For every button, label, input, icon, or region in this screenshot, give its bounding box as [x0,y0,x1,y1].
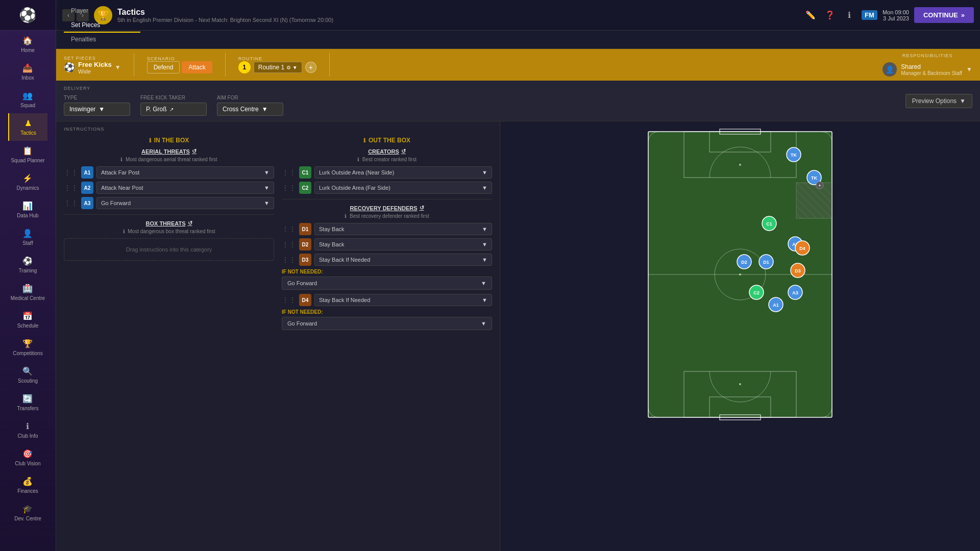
recovery-refresh-icon[interactable]: ↺ [420,205,424,211]
drag-handle[interactable]: ⋮⋮ [282,184,296,192]
defend-button[interactable]: Defend [147,61,180,73]
free-kicks-label: Free Kicks [78,61,112,68]
add-routine-button[interactable]: + [305,62,316,73]
aerial-note: ℹ Most dangerous aerial threat ranked fi… [64,157,274,162]
drag-handle[interactable]: ⋮⋮ [64,168,78,177]
aerial-refresh-icon[interactable]: ↺ [192,148,197,155]
instructions-panel: INSTRUCTIONS ℹ IN THE BOX AERIAL THREATS… [56,121,500,551]
svg-text:A1: A1 [773,303,779,308]
sidebar-item-data-hub[interactable]: 📊Data Hub [8,196,47,223]
sidebar-item-home[interactable]: 🏠Home [8,31,47,58]
if-not-section-d4: IF NOT NEEDED: Go Forward ▼ [282,309,492,330]
aim-select[interactable]: Cross Centre ▼ [217,103,283,116]
attack-button[interactable]: Attack [182,61,212,73]
pitch-svg: TKC1A2D4D3D1D2C2A3A1TK+ [643,127,837,422]
drag-handle[interactable]: ⋮⋮ [282,168,296,177]
sidebar-item-scouting[interactable]: 🔍Scouting [8,361,47,389]
badge-a1: A1 [81,166,93,179]
topbar: ‹ › 🏆 Tactics 5th in English Premier Div… [56,0,980,31]
tab-player[interactable]: Player [64,4,140,18]
type-select[interactable]: Inswinger ▼ [64,103,130,116]
dynamics-icon: ⚡ [22,173,33,183]
creators-note: ℹ Best creator ranked first [282,157,492,162]
box-note: ℹ Most dangerous box threat ranked first [64,229,274,234]
creator-select-c2[interactable]: Lurk Outside Area (Far Side) ▼ [314,182,492,194]
edit-icon[interactable]: ✏️ [803,8,818,22]
recovery-select-d2[interactable]: Stay Back ▼ [314,238,492,251]
sidebar-item-dev-centre[interactable]: 🎓Dev. Centre [8,499,47,527]
tab-set-pieces[interactable]: Set Pieces [64,18,140,33]
pitch-player-a1: A1 [769,297,783,312]
sidebar-item-competitions[interactable]: 🏆Competitions [8,334,47,361]
page-title: Tactics [117,8,798,17]
info-icon[interactable]: ℹ [842,8,856,22]
squad-icon: 👥 [22,91,33,101]
title-area: Tactics 5th in English Premier Division … [117,8,798,23]
drag-handle[interactable]: ⋮⋮ [282,296,296,304]
page-subtitle: 5th in English Premier Division - Next M… [117,17,798,23]
recovery-select-d1[interactable]: Stay Back ▼ [314,223,492,235]
aerial-row-a1: ⋮⋮ A1 Attack Far Post ▼ [64,166,274,179]
sidebar-item-finances[interactable]: 💰Finances [8,471,47,499]
recovery-row-d2: ⋮⋮ D2 Stay Back ▼ [282,238,492,251]
datetime: Mon 09:00 3 Jul 2023 [883,9,909,21]
instructions-area: INSTRUCTIONS ℹ IN THE BOX AERIAL THREATS… [56,121,980,551]
recovery-note: ℹ Best recovery defender ranked first [282,213,492,219]
pitch-player-c2: C2 [749,285,764,299]
continue-button[interactable]: CONTINUE » [914,7,974,23]
drag-handle[interactable]: ⋮⋮ [282,256,296,264]
pitch-player-d1: D1 [759,255,773,269]
creator-select-c1[interactable]: Lurk Outside Area (Near Side) ▼ [314,166,492,179]
tab-penalties[interactable]: Penalties [64,33,140,47]
sidebar-item-medical[interactable]: 🏥Medical Centre [8,279,47,306]
sidebar-item-club-vision[interactable]: 🎯Club Vision [8,444,47,471]
sidebar-item-tactics[interactable]: ♟Tactics [8,113,47,141]
recovery-select-d3[interactable]: Stay Back If Needed ▼ [314,254,492,266]
if-not-select-d4[interactable]: Go Forward ▼ [282,317,492,330]
recovery-title: RECOVERY DEFENDERS ↺ [282,205,492,211]
sidebar-item-schedule[interactable]: 📅Schedule [8,306,47,334]
tab-overview[interactable]: Overview [64,0,140,4]
training-icon: ⚽ [22,256,33,266]
recovery-row-d1: ⋮⋮ D1 Stay Back ▼ [282,223,492,235]
sidebar-item-transfers[interactable]: 🔄Transfers [8,389,47,416]
in-the-box-title: ℹ IN THE BOX [64,137,274,144]
taker-select[interactable]: P. Groß ↗ [140,103,207,116]
medical-icon: 🏥 [22,284,33,293]
recovery-select-d4[interactable]: Stay Back If Needed ▼ [314,294,492,306]
sidebar-item-dynamics[interactable]: ⚡Dynamics [8,168,47,196]
drag-handle[interactable]: ⋮⋮ [282,225,296,233]
routine-select[interactable]: Routine 1 ⚙ ▼ [254,62,302,73]
responsibility-dropdown[interactable]: ▼ [966,66,972,73]
aerial-threats-title: AERIAL THREATS ↺ [64,148,274,155]
drag-handle[interactable]: ⋮⋮ [64,199,78,207]
box-refresh-icon[interactable]: ↺ [188,220,192,227]
creators-refresh-icon[interactable]: ↺ [401,148,406,155]
aerial-select-a2[interactable]: Attack Near Post ▼ [96,182,274,194]
sidebar-item-staff[interactable]: 👤Staff [8,223,47,251]
sidebar-item-training[interactable]: ⚽Training [8,251,47,279]
preview-options-button[interactable]: Preview Options ▼ [905,94,972,108]
aerial-select-a1[interactable]: Attack Far Post ▼ [96,166,274,179]
sidebar-item-inbox[interactable]: 📥Inbox [8,58,47,86]
home-icon: 🏠 [22,36,33,45]
recovery-row-d3: ⋮⋮ D3 Stay Back If Needed ▼ [282,254,492,266]
instructions-columns: ℹ IN THE BOX AERIAL THREATS ↺ ℹ Most dan… [64,137,492,334]
sidebar-logo: ⚽ [0,0,56,31]
drag-handle[interactable]: ⋮⋮ [64,184,78,192]
sidebar-item-squad[interactable]: 👥Squad [8,86,47,113]
if-not-select-d3[interactable]: Go Forward ▼ [282,277,492,290]
delivery-section: DELIVERY TYPE Inswinger ▼ FREE KICK TAKE… [56,81,980,121]
sidebar-item-club-info[interactable]: ℹClub Info [8,416,47,444]
drag-handle[interactable]: ⋮⋮ [282,240,296,248]
sidebar-label-finances: Finances [17,488,38,494]
responsibility-avatar: 👤 [883,62,897,77]
aerial-select-a3[interactable]: Go Forward ▼ [96,197,274,209]
sidebar-item-squad-planner[interactable]: 📋Squad Planner [8,141,47,168]
pitch-add-player[interactable]: + [816,182,823,189]
box-threats-title: BOX THREATS ↺ [64,220,274,227]
sidebar-label-club-info: Club Info [17,433,38,439]
help-icon[interactable]: ❓ [823,8,837,22]
set-pieces-dropdown[interactable]: ▼ [115,64,121,71]
creators-title: CREATORS ↺ [282,148,492,155]
